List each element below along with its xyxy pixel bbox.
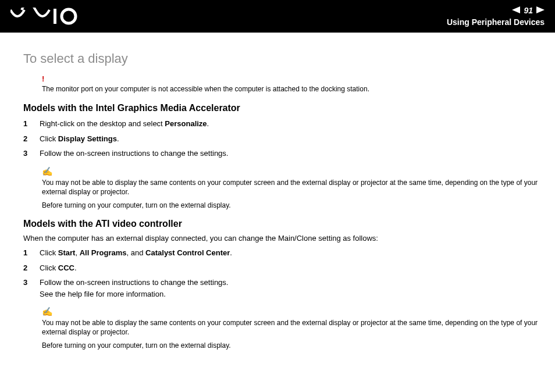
t: . (230, 248, 232, 257)
t: , and (127, 248, 146, 257)
page-nav: 91 (447, 5, 545, 16)
step-body: Click CCC. (40, 262, 541, 274)
section1-heading: Models with the Intel Graphics Media Acc… (23, 103, 541, 113)
step-number: 3 (23, 277, 30, 300)
note-icon: ✍ (42, 307, 53, 317)
step-body: Follow the on-screen instructions to cha… (40, 277, 541, 300)
list-item: 3 Follow the on-screen instructions to c… (23, 277, 541, 300)
step-line2: See the help file for more information. (40, 290, 166, 298)
note-icon: ✍ (42, 166, 53, 177)
step-number: 2 (23, 262, 30, 274)
section1-followup: Before turning on your computer, turn on… (42, 201, 541, 209)
b: CCC (58, 263, 74, 272)
b: All Programs (80, 248, 127, 257)
header-right: 91 Using Peripheral Devices (447, 5, 545, 27)
step-bold: Display Settings (58, 134, 117, 143)
list-item: 2 Click Display Settings. (23, 133, 541, 145)
list-item: 1 Right-click on the desktop and select … (23, 118, 541, 130)
section1-steps: 1 Right-click on the desktop and select … (23, 118, 541, 159)
svg-marker-2 (512, 6, 520, 13)
step-number: 1 (23, 118, 30, 130)
next-page-arrow-icon[interactable] (536, 5, 545, 16)
prev-page-arrow-icon[interactable] (512, 5, 520, 16)
vaio-logo (10, 6, 80, 27)
step-body: Right-click on the desktop and select Pe… (40, 118, 541, 130)
page-title: To select a display (23, 51, 541, 66)
list-item: 1 Click Start, All Programs, and Catalys… (23, 247, 541, 259)
warning-icon: ! (42, 74, 541, 83)
step-number: 3 (23, 148, 30, 159)
b: Start (58, 248, 76, 257)
step-body: Click Display Settings. (40, 133, 541, 145)
section2-intro: When the computer has an external displa… (23, 234, 541, 243)
page-number: 91 (524, 5, 533, 16)
step-post: . (117, 134, 119, 143)
warning-block: ! The monitor port on your computer is n… (42, 74, 541, 94)
t: , (75, 248, 79, 257)
step-line1: Follow the on-screen instructions to cha… (40, 278, 228, 287)
t: . (74, 263, 77, 272)
t: Click (40, 248, 58, 257)
svg-rect-0 (54, 9, 56, 24)
list-item: 2 Click CCC. (23, 262, 541, 274)
step-text: Click (40, 134, 58, 143)
step-text: Right-click on the desktop and select (40, 119, 165, 128)
step-post: . (207, 119, 209, 128)
section2-note: ✍ You may not be able to display the sam… (42, 307, 541, 337)
svg-point-1 (62, 9, 76, 23)
step-bold: Personalize (165, 119, 207, 128)
step-body: Follow the on-screen instructions to cha… (40, 148, 541, 159)
step-body: Click Start, All Programs, and Catalyst … (40, 247, 541, 259)
section1-note: ✍ You may not be able to display the sam… (42, 166, 541, 197)
page-content: To select a display ! The monitor port o… (0, 33, 555, 372)
note-text: You may not be able to display the same … (42, 318, 541, 337)
t: Click (40, 263, 58, 272)
section2-steps: 1 Click Start, All Programs, and Catalys… (23, 247, 541, 300)
section-name: Using Peripheral Devices (447, 17, 545, 27)
section2-heading: Models with the ATI video controller (23, 219, 541, 229)
svg-marker-3 (536, 6, 545, 13)
list-item: 3 Follow the on-screen instructions to c… (23, 148, 541, 159)
page-header: 91 Using Peripheral Devices (0, 0, 555, 33)
note-text: You may not be able to display the same … (42, 178, 541, 197)
section2-followup: Before turning on your computer, turn on… (42, 341, 541, 350)
step-number: 2 (23, 133, 30, 145)
b: Catalyst Control Center (145, 248, 230, 257)
step-number: 1 (23, 247, 30, 259)
step-text: Follow the on-screen instructions to cha… (40, 149, 228, 158)
warning-text: The monitor port on your computer is not… (42, 85, 369, 93)
